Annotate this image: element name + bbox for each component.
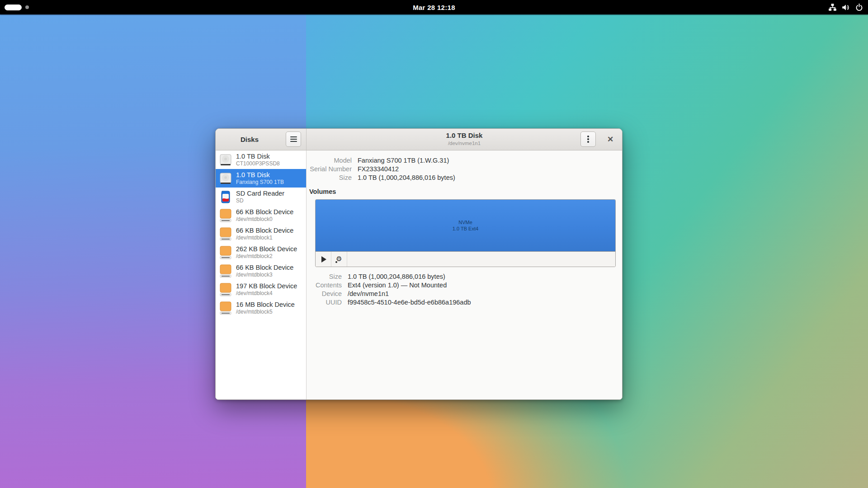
device-list: 1.0 TB DiskCT1000P3PSSD8 1.0 TB DiskFanx… [216, 150, 307, 400]
power-icon [855, 3, 863, 12]
window-subtitle: /dev/nvme1n1 [307, 140, 622, 146]
device-subtitle: /dev/mtdblock5 [236, 309, 295, 315]
device-subtitle: SD [236, 197, 284, 204]
disk-serial-value: FX233340412 [358, 165, 622, 173]
device-row-1-selected[interactable]: 1.0 TB DiskFanxiang S700 1TB [216, 169, 306, 188]
sd-card-icon [219, 189, 232, 205]
device-title: 262 KB Block Device [236, 245, 297, 253]
block-device-icon [219, 245, 232, 260]
more-options-button[interactable] [580, 131, 596, 147]
network-wired-icon [828, 3, 837, 12]
play-icon [321, 256, 326, 263]
block-device-icon [219, 282, 232, 297]
info-label: Contents [307, 282, 342, 289]
disk-model-value: Fanxiang S700 1TB (1.W.G.31) [358, 157, 622, 164]
volume-name: NVMe [458, 219, 472, 225]
block-device-icon [219, 300, 232, 316]
volume-segment-nvme[interactable]: NVMe 1.0 TB Ext4 [316, 200, 615, 252]
disks-window: Disks 1.0 TB Disk /dev/nvme1n1 ✕ 1.0 TB … [215, 128, 623, 400]
device-row-8[interactable]: 16 MB Block Device/dev/mtdblock5 [216, 299, 306, 317]
hard-drive-icon [219, 171, 232, 186]
device-subtitle: /dev/mtdblock0 [236, 216, 293, 222]
volume-device-value: /dev/nvme1n1 [348, 290, 622, 297]
device-title: 1.0 TB Disk [236, 153, 280, 160]
device-row-0[interactable]: 1.0 TB DiskCT1000P3PSSD8 [216, 150, 306, 169]
info-label: Device [307, 290, 342, 297]
device-row-5[interactable]: 262 KB Block Device/dev/mtdblock2 [216, 243, 306, 262]
clock[interactable]: Mar 28 12:18 [0, 4, 868, 11]
device-title: 66 KB Block Device [236, 264, 293, 272]
device-row-4[interactable]: 66 KB Block Device/dev/mtdblock1 [216, 225, 306, 243]
gnome-top-bar: Mar 28 12:18 [0, 0, 868, 14]
info-label: UUID [307, 299, 342, 306]
device-subtitle: Fanxiang S700 1TB [236, 179, 284, 185]
disk-info-grid: Model Fanxiang S700 1TB (1.W.G.31) Seria… [307, 157, 622, 181]
titlebar[interactable]: Disks 1.0 TB Disk /dev/nvme1n1 ✕ [216, 129, 622, 150]
hamburger-menu-button[interactable] [286, 131, 301, 147]
titlebar-main-section: 1.0 TB Disk /dev/nvme1n1 ✕ [307, 129, 622, 150]
mount-volume-button[interactable] [316, 252, 331, 267]
volume-icon [841, 3, 850, 12]
device-row-6[interactable]: 66 KB Block Device/dev/mtdblock3 [216, 262, 306, 280]
window-title: 1.0 TB Disk [307, 131, 622, 140]
device-subtitle: /dev/mtdblock1 [236, 235, 293, 241]
device-subtitle: /dev/mtdblock3 [236, 272, 293, 278]
close-icon: ✕ [607, 135, 613, 144]
device-subtitle: /dev/mtdblock2 [236, 253, 297, 259]
device-title: 66 KB Block Device [236, 208, 293, 216]
volumes-section-title: Volumes [309, 188, 622, 195]
device-title: 16 MB Block Device [236, 301, 295, 309]
device-title: 197 KB Block Device [236, 282, 297, 290]
device-title: 66 KB Block Device [236, 227, 293, 235]
volume-info-grid: Size 1.0 TB (1,000,204,886,016 bytes) Co… [307, 273, 622, 306]
device-row-7[interactable]: 197 KB Block Device/dev/mtdblock4 [216, 280, 306, 299]
volume-map: NVMe 1.0 TB Ext4 ⚙ [315, 199, 616, 267]
device-row-2[interactable]: SD Card ReaderSD [216, 188, 306, 206]
titlebar-sidebar-section: Disks [216, 129, 307, 150]
volume-size-fs: 1.0 TB Ext4 [453, 225, 478, 232]
block-device-icon [219, 208, 232, 223]
device-row-3[interactable]: 66 KB Block Device/dev/mtdblock0 [216, 206, 306, 225]
info-label: Model [307, 157, 352, 164]
block-device-icon [219, 263, 232, 279]
volume-size-value: 1.0 TB (1,000,204,886,016 bytes) [348, 273, 622, 280]
device-subtitle: /dev/mtdblock4 [236, 290, 297, 296]
window-title-block: 1.0 TB Disk /dev/nvme1n1 [307, 131, 622, 146]
volume-settings-button[interactable]: ⚙ [331, 252, 347, 267]
info-label: Size [307, 273, 342, 280]
device-subtitle: CT1000P3PSSD8 [236, 160, 280, 167]
info-label: Serial Number [307, 165, 352, 173]
gear-dot-icon [335, 261, 337, 263]
close-button[interactable]: ✕ [602, 131, 618, 147]
app-title: Disks [216, 129, 283, 150]
volume-contents-value: Ext4 (version 1.0) — Not Mounted [348, 282, 622, 289]
volume-uuid-value: f99458c5-4510-4e6e-bd5d-e6b86a196adb [348, 299, 622, 306]
disk-size-value: 1.0 TB (1,000,204,886,016 bytes) [358, 174, 622, 181]
device-title: SD Card Reader [236, 190, 284, 197]
disk-detail-pane: Model Fanxiang S700 1TB (1.W.G.31) Seria… [307, 150, 622, 400]
volume-toolbar: ⚙ [316, 252, 615, 267]
hard-drive-icon [219, 152, 232, 168]
system-status-area[interactable] [828, 0, 863, 14]
block-device-icon [219, 226, 232, 242]
device-title: 1.0 TB Disk [236, 171, 284, 179]
info-label: Size [307, 174, 352, 181]
